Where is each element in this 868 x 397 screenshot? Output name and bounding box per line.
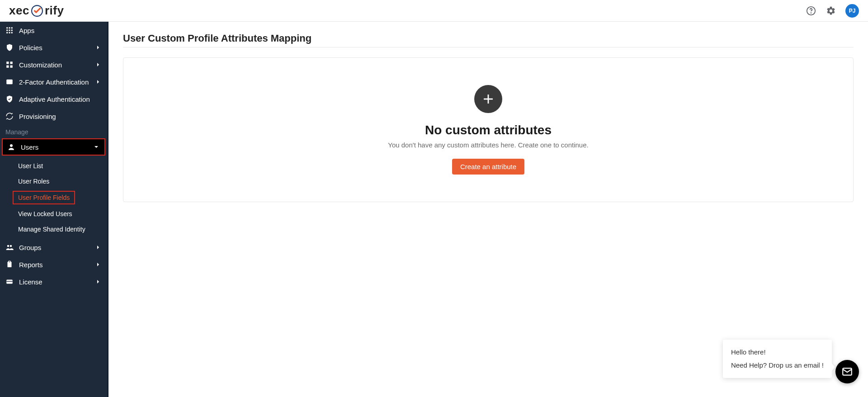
sidebar-item-users[interactable]: Users [2,138,105,156]
svg-rect-16 [6,80,13,85]
brand-text-2: rify [45,4,64,18]
sidebar-item-2fa[interactable]: 2-Factor Authentication [0,73,107,90]
avatar-initials: PJ [849,8,856,14]
sidebar-item-label: Users [21,143,87,151]
sidebar-sub-user-roles[interactable]: User Roles [0,174,107,189]
sidebar-item-apps[interactable]: Apps [0,22,107,39]
svg-rect-6 [6,30,8,31]
sidebar-item-label: Groups [19,244,89,251]
chat-tooltip: Hello there! Need Help? Drop us an email… [723,340,832,378]
chevron-down-icon [93,143,100,151]
empty-title: No custom attributes [425,123,552,137]
svg-point-2 [811,13,811,13]
chevron-right-icon [94,244,102,251]
empty-state-card: No custom attributes You don't have any … [123,57,854,202]
sidebar-item-groups[interactable]: Groups [0,239,107,256]
svg-point-19 [10,245,12,247]
svg-rect-3 [6,27,8,28]
brand-logo[interactable]: xec rify [9,4,64,18]
sidebar-item-customization[interactable]: Customization [0,56,107,73]
svg-rect-13 [10,61,13,64]
svg-rect-12 [6,61,9,64]
sidebar-sub-view-locked-users[interactable]: View Locked Users [0,206,107,222]
sidebar-item-reports[interactable]: Reports [0,256,107,273]
svg-rect-21 [9,261,11,263]
clipboard-icon [5,260,14,269]
shield-icon [5,43,14,52]
sidebar-users-submenu: User List User Roles User Profile Fields… [0,156,107,239]
top-bar: xec rify PJ [0,0,868,22]
sidebar: Apps Policies Customization 2-Factor Aut… [0,22,108,397]
sidebar-item-provisioning[interactable]: Provisioning [0,108,107,125]
brand-text-1: xec [9,4,29,18]
svg-rect-8 [11,30,13,31]
sidebar-item-label: Apps [19,27,102,34]
chevron-right-icon [94,44,102,51]
sidebar-item-policies[interactable]: Policies [0,39,107,56]
customization-icon [5,61,14,69]
sidebar-item-label: Reports [19,261,89,269]
page-title: User Custom Profile Attributes Mapping [123,33,854,44]
svg-rect-10 [9,32,10,33]
svg-rect-23 [6,281,13,282]
topbar-right: PJ [806,4,859,18]
avatar[interactable]: PJ [845,4,859,18]
sidebar-section-manage: Manage [0,125,107,137]
svg-rect-14 [6,66,9,68]
mail-icon [841,366,853,378]
shield-check-icon [5,95,14,103]
sidebar-item-label: Customization [19,61,89,69]
apps-icon [5,26,14,34]
sidebar-item-label: Adaptive Authentication [19,95,102,103]
groups-icon [5,243,14,251]
create-attribute-button[interactable]: Create an attribute [452,159,524,175]
sidebar-item-label: Policies [19,44,89,52]
user-icon [7,143,15,151]
chat-fab[interactable] [835,360,859,383]
svg-rect-15 [10,66,13,68]
brand-icon [31,5,43,17]
sidebar-item-license[interactable]: License [0,273,107,290]
svg-point-18 [7,245,9,247]
empty-subtitle: You don't have any custom attributes her… [388,141,588,149]
svg-rect-5 [11,27,13,28]
sidebar-item-label: 2-Factor Authentication [19,78,89,86]
twofa-icon [5,78,14,86]
svg-rect-9 [6,32,8,33]
chevron-right-icon [94,278,102,285]
chevron-right-icon [94,78,102,85]
sidebar-item-label: Provisioning [19,113,102,120]
sync-icon [5,112,14,120]
chevron-right-icon [94,61,102,68]
svg-point-17 [10,144,13,147]
sidebar-sub-user-profile-fields[interactable]: User Profile Fields [13,191,75,204]
chat-line-2: Need Help? Drop us an email ! [731,359,824,372]
sidebar-sub-user-list[interactable]: User List [0,158,107,174]
chevron-right-icon [94,261,102,268]
help-icon[interactable] [806,5,816,16]
chat-line-1: Hello there! [731,346,824,359]
add-icon[interactable] [474,85,502,113]
sidebar-item-adaptive[interactable]: Adaptive Authentication [0,90,107,108]
svg-rect-4 [9,27,10,28]
card-icon [5,278,14,286]
svg-rect-11 [11,32,13,33]
divider [123,47,854,47]
gear-icon[interactable] [826,5,836,16]
sidebar-item-label: License [19,278,89,286]
svg-rect-7 [9,30,10,31]
sidebar-sub-manage-shared-identity[interactable]: Manage Shared Identity [0,222,107,237]
